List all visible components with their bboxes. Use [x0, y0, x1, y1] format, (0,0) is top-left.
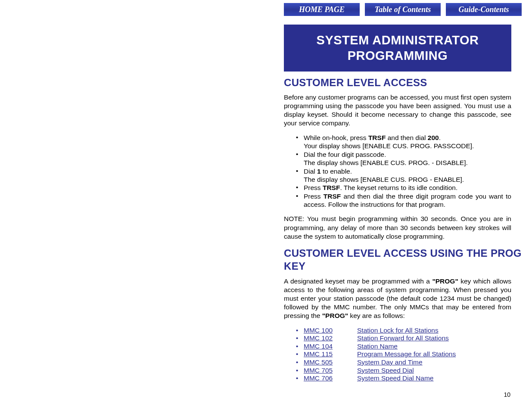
- text: Dial: [304, 168, 317, 175]
- text: Dial the four digit passcode.: [304, 151, 386, 158]
- mmc-desc-link[interactable]: System Speed Dial: [357, 367, 414, 375]
- text: The display shows [ENABLE CUS. PROG - EN…: [304, 176, 464, 183]
- text: key are as follows:: [348, 312, 405, 319]
- text: Press: [304, 193, 324, 200]
- text: Press: [304, 184, 323, 191]
- mmc-item: MMC 104Station Name: [284, 342, 511, 351]
- text: While on-hook, press: [304, 134, 368, 141]
- text: .: [439, 134, 441, 141]
- mmc-code-link[interactable]: MMC 102: [304, 334, 357, 342]
- section2-heading: CUSTOMER LEVEL ACCESS USING THE PROG KEY: [284, 247, 524, 273]
- bullet-item: Press TRSF and then dial the three digit…: [284, 192, 511, 209]
- mmc-item: MMC 705System Speed Dial: [284, 367, 511, 375]
- mmc-code-link[interactable]: MMC 705: [304, 367, 357, 375]
- section1-intro: Before any customer programs can be acce…: [284, 93, 511, 128]
- bold-1: 1: [317, 168, 321, 175]
- text: The display shows [ENABLE CUS. PROG. - D…: [304, 159, 468, 166]
- bold-200: 200: [428, 134, 439, 141]
- mmc-item: MMC 102Station Forward for All Stations: [284, 334, 511, 342]
- mmc-item: MMC 505System Day and Time: [284, 358, 511, 367]
- bold-prog: "PROG": [322, 312, 348, 319]
- bold-prog: "PROG": [432, 277, 458, 285]
- bullet-item: Dial 1 to enable. The display shows [ENA…: [284, 167, 511, 184]
- mmc-code-link[interactable]: MMC 505: [304, 358, 357, 367]
- text: to enable.: [321, 168, 352, 175]
- section1-bullets: While on-hook, press TRSF and then dial …: [284, 134, 511, 209]
- mmc-desc-link[interactable]: Station Name: [357, 342, 398, 351]
- mmc-desc-link[interactable]: System Speed Dial Name: [357, 374, 433, 383]
- mmc-item: MMC 706System Speed Dial Name: [284, 374, 511, 383]
- mmc-list: MMC 100Station Lock for All Stations MMC…: [284, 327, 511, 383]
- page-title-banner: SYSTEM ADMINISTRATOR PROGRAMMING: [284, 25, 511, 72]
- text: and then dial: [386, 134, 427, 141]
- text: . The keyset returns to its idle conditi…: [340, 184, 457, 191]
- bold-trsf: TRSF: [368, 134, 386, 141]
- mmc-desc-link[interactable]: Station Forward for All Stations: [357, 334, 449, 342]
- text: Your display shows [ENABLE CUS. PROG. PA…: [304, 142, 474, 149]
- mmc-desc-link[interactable]: System Day and Time: [357, 358, 423, 367]
- nav-bar: HOME PAGE Table of Contents Guide-Conten…: [284, 3, 524, 16]
- bullet-item: While on-hook, press TRSF and then dial …: [284, 134, 511, 150]
- table-of-contents-button[interactable]: Table of Contents: [365, 3, 441, 16]
- mmc-item: MMC 100Station Lock for All Stations: [284, 327, 511, 335]
- bullet-item: Dial the four digit passcode. The displa…: [284, 150, 511, 167]
- section1-heading: CUSTOMER LEVEL ACCESS: [284, 77, 524, 89]
- home-page-button[interactable]: HOME PAGE: [284, 3, 360, 16]
- mmc-code-link[interactable]: MMC 100: [304, 327, 357, 335]
- mmc-code-link[interactable]: MMC 706: [304, 374, 357, 383]
- section1-note: NOTE: You must begin programming within …: [284, 215, 511, 240]
- mmc-code-link[interactable]: MMC 115: [304, 350, 357, 358]
- mmc-desc-link[interactable]: Program Message for all Stations: [357, 350, 456, 358]
- bold-trsf: TRSF: [324, 193, 341, 200]
- mmc-item: MMC 115Program Message for all Stations: [284, 350, 511, 358]
- mmc-code-link[interactable]: MMC 104: [304, 342, 357, 351]
- guide-contents-button[interactable]: Guide-Contents: [446, 3, 522, 16]
- bold-trsf: TRSF: [323, 184, 340, 191]
- page-number: 10: [504, 391, 510, 398]
- bullet-item: Press TRSF. The keyset returns to its id…: [284, 184, 511, 192]
- section2-intro: A designated keyset may be programmed wi…: [284, 277, 511, 321]
- mmc-desc-link[interactable]: Station Lock for All Stations: [357, 327, 439, 335]
- text: A designated keyset may be programmed wi…: [284, 277, 432, 285]
